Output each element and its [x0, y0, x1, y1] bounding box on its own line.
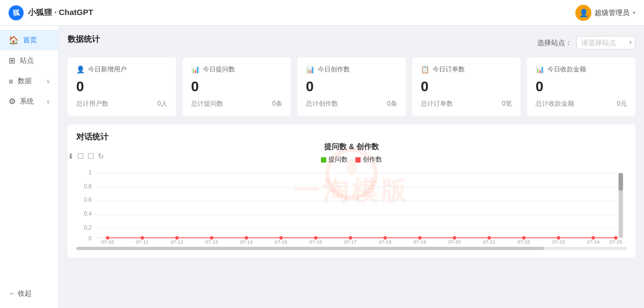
site-select[interactable]: 请选择站点 [576, 36, 635, 49]
svg-point-29 [106, 236, 109, 239]
logo-text: 小狐狸 · ChatGPT [28, 8, 93, 18]
expand-icon-data: ∨ [46, 78, 50, 84]
svg-point-44 [614, 236, 617, 239]
list-icon: ≡ [9, 77, 13, 86]
main-layout: 🏠 首页 ⊞ 站点 ≡ 数据 ∨ ⚙ 系统 ∨ ← 收起 数据统计 选择站点： [0, 26, 644, 308]
download-icon[interactable]: ⬇ [68, 152, 74, 160]
svg-point-37 [384, 236, 387, 239]
logo: 狐 小狐狸 · ChatGPT [9, 5, 93, 20]
collapse-label: ← 收起 [9, 289, 32, 298]
card-value-orders: 0 [421, 78, 512, 95]
stats-title: 数据统计 [68, 34, 100, 45]
svg-point-33 [245, 236, 248, 239]
home-icon: 🏠 [9, 35, 19, 45]
chart-inner-title: 提问数 & 创作数 [76, 142, 627, 152]
svg-point-31 [175, 236, 179, 239]
stat-card-questions: 📊 今日提问数 0 总计提问数 0条 [182, 57, 291, 116]
user-icon: 👤 [76, 65, 85, 74]
site-filter: 选择站点： 请选择站点 [537, 36, 635, 49]
filter-label: 选择站点： [537, 38, 572, 48]
svg-text:1: 1 [89, 169, 92, 175]
sidebar-item-system-label: 系统 [20, 97, 34, 106]
card-value-questions: 0 [191, 78, 282, 95]
stat-card-new-users: 👤 今日新增用户 0 总计用户数 0人 [68, 57, 176, 116]
svg-point-41 [522, 236, 525, 239]
revenue-icon: 📊 [536, 65, 544, 74]
sidebar-item-site[interactable]: ⊞ 站点 [0, 50, 58, 71]
stat-card-orders: 📋 今日订单数 0 总计订单数 0笔 [412, 57, 521, 116]
card-footer-value-revenue: 0元 [617, 99, 627, 108]
sidebar-item-system[interactable]: ⚙ 系统 ∨ [0, 91, 58, 112]
stat-card-creations: 📊 今日创作数 0 总计创作数 0条 [297, 57, 406, 116]
sidebar: 🏠 首页 ⊞ 站点 ≡ 数据 ∨ ⚙ 系统 ∨ ← 收起 [0, 26, 59, 308]
svg-point-36 [349, 236, 352, 239]
svg-point-43 [591, 236, 595, 239]
svg-point-35 [314, 236, 317, 239]
logo-icon: 狐 [9, 5, 24, 20]
stat-cards: 👤 今日新增用户 0 总计用户数 0人 📊 今日提问数 0 总计提问数 0条 [68, 57, 635, 116]
card-footer-label-revenue: 总计收款金额 [536, 99, 574, 108]
svg-text:0.2: 0.2 [84, 224, 91, 231]
grid-icon: ⊞ [9, 56, 16, 65]
gear-icon: ⚙ [9, 97, 16, 106]
svg-rect-46 [619, 173, 623, 190]
chevron-down-icon: ▾ [633, 10, 635, 16]
svg-text:0.8: 0.8 [84, 182, 91, 189]
stats-header: 数据统计 选择站点： 请选择站点 [68, 34, 635, 51]
card-value-revenue: 0 [536, 78, 627, 95]
creation-icon: 📊 [306, 65, 314, 74]
app-header: 狐 小狐狸 · ChatGPT 👤 超级管理员 ▾ [0, 0, 644, 26]
card-footer-value-orders: 0笔 [502, 99, 512, 108]
svg-point-34 [280, 236, 283, 239]
chart-svg: 1 0.8 0.6 0.4 0.2 0 07-10 07-11 [76, 168, 627, 244]
legend-questions: 提问数 [321, 155, 348, 164]
card-footer-value-questions: 0条 [272, 99, 282, 108]
legend-creations-label: 创作数 [363, 155, 382, 164]
legend-questions-dot [321, 157, 326, 163]
legend-creations: 创作数 [355, 155, 382, 164]
svg-text:0.6: 0.6 [84, 196, 91, 203]
card-title-creations: 今日创作数 [318, 65, 350, 74]
card-value-new-users: 0 [76, 78, 167, 95]
admin-label: 超级管理员 [595, 8, 630, 18]
card-footer-value-creations: 0条 [387, 99, 397, 108]
card-footer-label-new-users: 总计用户数 [76, 99, 108, 108]
card-title-new-users: 今日新增用户 [88, 65, 127, 74]
avatar: 👤 [575, 5, 591, 21]
sidebar-item-data-label: 数据 [18, 76, 32, 86]
card-title-orders: 今日订单数 [433, 65, 465, 74]
svg-text:0.4: 0.4 [84, 210, 91, 217]
sidebar-item-site-label: 站点 [20, 56, 34, 65]
svg-point-30 [141, 236, 144, 239]
expand-icon-system: ∨ [46, 99, 50, 105]
sidebar-item-data[interactable]: ≡ 数据 ∨ [0, 71, 58, 91]
svg-point-32 [210, 236, 213, 239]
legend-creations-dot [355, 157, 361, 163]
card-footer-label-orders: 总计订单数 [421, 99, 453, 108]
card-footer-label-creations: 总计创作数 [306, 99, 338, 108]
question-icon: 📊 [191, 65, 200, 74]
card-footer-value-new-users: 0人 [157, 99, 167, 108]
main-content: 数据统计 选择站点： 请选择站点 👤 今日新增用户 0 总计用户数 [59, 26, 644, 308]
chart-area: 1 0.8 0.6 0.4 0.2 0 07-10 07-11 [76, 168, 627, 244]
sidebar-collapse[interactable]: ← 收起 [0, 283, 58, 304]
sidebar-item-home[interactable]: 🏠 首页 [0, 30, 58, 50]
chart-section: 对话统计 一淘模版 ⬇ ☐ ☐ ↻ 提问数 & 创作数 [68, 124, 635, 258]
order-icon: 📋 [421, 65, 429, 74]
legend-questions-label: 提问数 [328, 155, 348, 164]
sidebar-item-home-label: 首页 [23, 35, 37, 45]
chart-section-title: 对话统计 [76, 132, 627, 142]
card-title-revenue: 今日收款金额 [547, 65, 586, 74]
chart-legend: 提问数 创作数 [76, 155, 627, 164]
card-footer-label-questions: 总计提问数 [191, 99, 223, 108]
site-select-wrapper: 请选择站点 [576, 36, 635, 49]
card-title-questions: 今日提问数 [203, 65, 235, 74]
svg-text:0: 0 [89, 234, 92, 241]
stat-card-revenue: 📊 今日收款金额 0 总计收款金额 0元 [527, 57, 635, 116]
chart-scrollbar-thumb [76, 247, 544, 250]
admin-menu[interactable]: 👤 超级管理员 ▾ [575, 5, 635, 21]
card-value-creations: 0 [306, 78, 397, 95]
svg-point-38 [418, 236, 421, 239]
svg-point-42 [557, 236, 560, 239]
chart-scrollbar[interactable] [76, 247, 627, 250]
